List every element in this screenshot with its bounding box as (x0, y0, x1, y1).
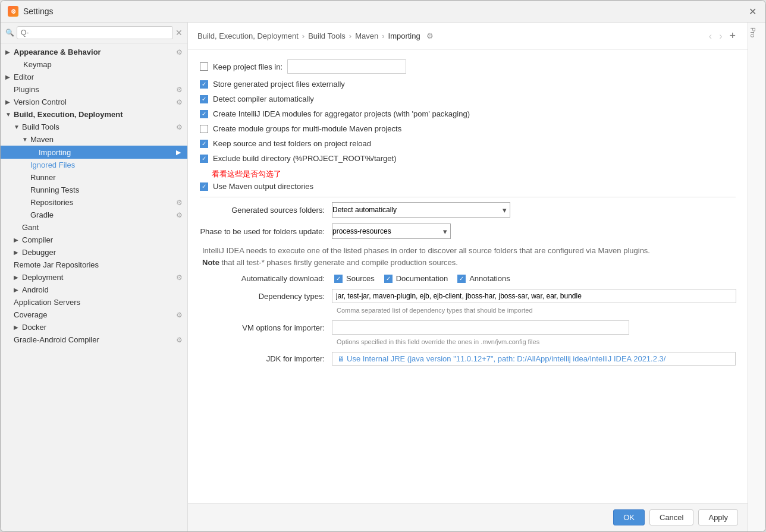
vm-options-row: VM options for importer: Options specifi… (200, 320, 736, 346)
sidebar-item-label: Gradle (30, 210, 176, 219)
keep-source-folders-checkbox[interactable] (200, 140, 208, 148)
sidebar-item-label: Version Control (14, 97, 176, 106)
sidebar-item-debugger[interactable]: ▶ Debugger (1, 246, 187, 259)
sidebar-item-label: Application Servers (14, 298, 183, 307)
dependency-types-input[interactable] (332, 289, 736, 303)
use-maven-output-label: Use Maven output directories (213, 182, 313, 191)
jdk-icon: 🖥 (337, 355, 344, 363)
sidebar-item-compiler[interactable]: ▶ Compiler (1, 234, 187, 246)
create-modules-label: Create IntelliJ IDEA modules for aggrega… (213, 109, 470, 118)
keep-project-files-row: Keep project files in: (200, 59, 736, 74)
close-button[interactable]: ✕ (746, 5, 758, 17)
sidebar-item-build-tools[interactable]: ▼ Build Tools ⚙ (1, 121, 187, 133)
vm-options-hint: Options specified in this field override… (334, 338, 539, 345)
gear-icon: ⚙ (176, 336, 183, 344)
breadcrumb-settings-icon[interactable]: ⚙ (426, 32, 434, 40)
gear-icon: ⚙ (176, 86, 183, 94)
arrow-icon: ▶ (14, 287, 22, 293)
sidebar-item-gant[interactable]: Gant (1, 221, 187, 234)
sidebar-item-gradle[interactable]: Gradle ⚙ (1, 209, 187, 221)
generated-sources-select[interactable]: Detect automatically Annotations Sources… (332, 202, 510, 218)
dialog-footer: OK Cancel Apply (188, 503, 748, 531)
breadcrumb-sep-2: › (349, 32, 351, 40)
sidebar-item-android[interactable]: ▶ Android (1, 284, 187, 296)
sidebar-item-deployment[interactable]: ▶ Deployment ⚙ (1, 271, 187, 284)
generated-sources-dropdown-wrapper: Detect automatically Annotations Sources… (332, 202, 510, 218)
store-generated-row: Store generated project files externally (200, 80, 736, 89)
exclude-build-checkbox[interactable] (200, 155, 208, 163)
sidebar-item-running-tests[interactable]: Running Tests (1, 184, 187, 196)
vm-options-hint-wrapper: Options specified in this field override… (200, 337, 539, 346)
create-groups-row: Create module groups for multi-module Ma… (200, 124, 736, 133)
sidebar-item-label: Importing (39, 148, 174, 157)
arrow-icon: ▼ (14, 124, 22, 130)
nav-forward-button[interactable]: › (717, 30, 724, 43)
create-groups-checkbox[interactable] (200, 125, 208, 133)
sidebar-item-label: Build, Execution, Deployment (14, 110, 183, 119)
cancel-button[interactable]: Cancel (649, 509, 693, 525)
documentation-check-group: Documentation (384, 274, 448, 283)
apply-button[interactable]: Apply (698, 509, 738, 525)
jdk-importer-label: JDK for importer: (200, 354, 325, 363)
breadcrumb-part-1: Build, Execution, Deployment (197, 32, 299, 40)
documentation-checkbox[interactable] (384, 275, 393, 283)
sidebar-item-importing[interactable]: Importing ► (1, 146, 187, 159)
arrow-icon: ▶ (5, 99, 14, 105)
store-generated-checkbox[interactable] (200, 80, 208, 89)
sidebar-item-version-control[interactable]: ▶ Version Control ⚙ (1, 96, 187, 108)
annotations-check-group: Annotations (457, 274, 510, 283)
sidebar-item-appearance[interactable]: ▶ Appearance & Behavior ⚙ (1, 46, 187, 58)
nav-add-button[interactable]: + (727, 29, 738, 43)
sidebar-item-gradle-android[interactable]: Gradle-Android Compiler ⚙ (1, 333, 187, 346)
search-box: 🔍 ✕ (1, 23, 187, 43)
annotations-checkbox[interactable] (457, 275, 466, 283)
sidebar-item-app-servers[interactable]: Application Servers (1, 296, 187, 309)
sidebar-item-label: Build Tools (22, 122, 176, 131)
keep-project-files-checkbox[interactable] (200, 62, 208, 71)
exclude-build-row: Exclude build directory (%PROJECT_ROOT%/… (200, 154, 736, 163)
sidebar-item-plugins[interactable]: Plugins ⚙ (1, 83, 187, 96)
sidebar-item-build-execution[interactable]: ▼ Build, Execution, Deployment (1, 108, 187, 121)
vm-options-input[interactable] (332, 320, 629, 335)
breadcrumb-sep-1: › (302, 32, 304, 40)
jdk-importer-row: JDK for importer: 🖥 Use Internal JRE (ja… (200, 352, 736, 366)
sidebar-item-docker[interactable]: ▶ Docker (1, 321, 187, 333)
settings-dialog: ⚙ Settings ✕ 🔍 ✕ ▶ Appearance & Behavior… (0, 0, 766, 532)
ok-button[interactable]: OK (613, 509, 645, 525)
store-generated-label: Store generated project files externally (213, 80, 345, 89)
dependency-types-label: Dependency types: (200, 292, 325, 301)
sidebar-item-label: Compiler (22, 235, 183, 244)
sidebar-item-repositories[interactable]: Repositories ⚙ (1, 196, 187, 209)
detect-compiler-checkbox[interactable] (200, 95, 208, 103)
gear-icon: ⚙ (176, 98, 183, 106)
generated-sources-label: Generated sources folders: (200, 206, 325, 215)
phase-select[interactable]: process-resources generate-sources gener… (332, 223, 451, 239)
sidebar: 🔍 ✕ ▶ Appearance & Behavior ⚙ Keymap (1, 23, 188, 531)
create-modules-row: Create IntelliJ IDEA modules for aggrega… (200, 109, 736, 118)
arrow-right-icon: ► (174, 147, 183, 157)
sidebar-item-ignored-files[interactable]: Ignored Files (1, 159, 187, 171)
sidebar-item-label: Runner (30, 173, 183, 182)
detect-compiler-row: Detect compiler automatically (200, 95, 736, 103)
search-clear-button[interactable]: ✕ (175, 28, 183, 37)
use-maven-output-checkbox[interactable] (200, 182, 208, 191)
sidebar-item-label: Coverage (14, 310, 176, 319)
info-text-note: Note (202, 258, 219, 267)
create-modules-checkbox[interactable] (200, 110, 208, 118)
search-input[interactable] (17, 26, 173, 39)
search-icon: 🔍 (5, 29, 14, 37)
sidebar-item-maven[interactable]: ▼ Maven (1, 133, 187, 146)
nav-back-button[interactable]: ‹ (707, 30, 714, 43)
jdk-importer-value[interactable]: 🖥 Use Internal JRE (java version "11.0.1… (332, 352, 736, 366)
sidebar-item-label: Running Tests (30, 185, 183, 194)
sidebar-item-runner[interactable]: Runner (1, 171, 187, 184)
sidebar-item-editor[interactable]: ▶ Editor (1, 71, 187, 83)
keep-project-files-label: Keep project files in: (213, 62, 282, 71)
sources-checkbox[interactable] (334, 275, 343, 283)
keep-project-files-input[interactable] (287, 59, 406, 74)
sidebar-item-keymap[interactable]: Keymap (1, 58, 187, 71)
sidebar-item-coverage[interactable]: Coverage ⚙ (1, 309, 187, 321)
breadcrumb-part-3: Maven (355, 32, 378, 40)
sidebar-item-label: Plugins (14, 85, 176, 94)
sidebar-item-remote-jar[interactable]: Remote Jar Repositories (1, 259, 187, 271)
